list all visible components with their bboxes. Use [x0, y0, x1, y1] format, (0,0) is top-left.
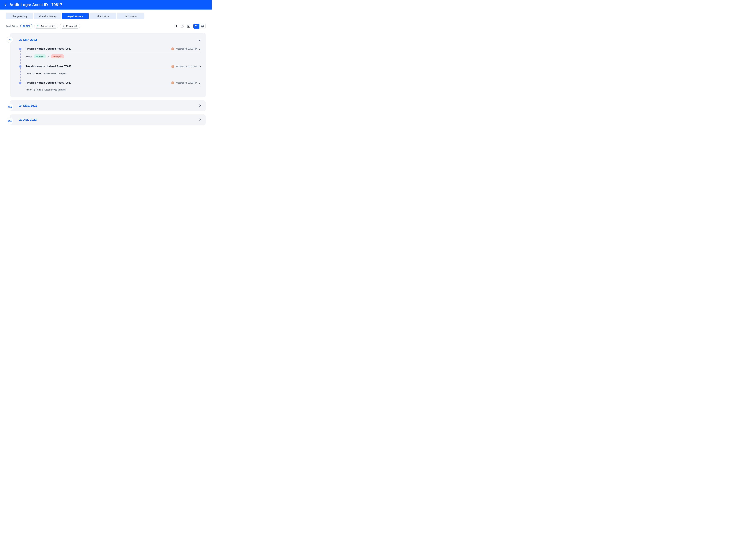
tab-repair-history[interactable]: Repair History [62, 13, 89, 19]
event-body: Status: In Store In Repair [26, 52, 200, 58]
day-badge: Wed [7, 118, 13, 124]
day-header[interactable]: 24 May, 2022 [19, 104, 200, 108]
manual-icon [62, 25, 65, 28]
tab-link-history[interactable]: Link History [90, 13, 116, 19]
updated-at-label: Updated At: 01:00 PM [176, 82, 197, 84]
event-meta: Updated At: 03:00 PM [171, 47, 200, 50]
svg-point-7 [195, 25, 196, 26]
day-group: Fri 27 Mar, 2023 Fredrick Norton Updated… [10, 33, 206, 97]
tab-allocation-history[interactable]: Allocation History [34, 13, 61, 19]
page-content: Change History Allocation History Repair… [0, 10, 212, 135]
view-toggle [193, 24, 206, 29]
view-grid-icon[interactable] [199, 24, 205, 29]
filter-pill-label: All (10) [23, 25, 30, 27]
updated-at-label: Updated At: 02:00 PM [176, 65, 197, 68]
action-label: Action To Repair: [26, 88, 43, 91]
filter-pill-label: Automated (02) [41, 25, 55, 27]
filters-left: Quick Filters: All (10) Automated (02) [6, 24, 80, 29]
svg-point-2 [175, 25, 177, 27]
event-header[interactable]: Fredrick Norton Updated Asset 70817 Upda… [26, 65, 200, 70]
event-title: Fredrick Norton Updated Asset 70817 [26, 81, 72, 84]
page-title: Audit Logs: Asset ID - 70817 [9, 2, 62, 7]
timeline-dot-icon [19, 82, 21, 84]
quick-filters-label: Quick Filters: [6, 25, 18, 27]
automated-icon [37, 25, 39, 28]
chevron-right-icon[interactable] [198, 119, 201, 121]
day-header[interactable]: 27 Mar, 2023 [19, 38, 200, 42]
view-list-icon[interactable] [193, 24, 199, 29]
chevron-down-icon[interactable] [198, 39, 201, 41]
day-group: Wed 22 Apr, 2022 [10, 114, 206, 125]
timeline-dot-icon [19, 48, 21, 50]
chevron-down-icon[interactable] [199, 48, 201, 50]
avatar [171, 65, 174, 68]
event-meta: Updated At: 02:00 PM [171, 65, 200, 68]
chevron-down-icon[interactable] [199, 82, 201, 84]
day-group: Thu 24 May, 2022 [10, 100, 206, 111]
event-title: Fredrick Norton Updated Asset 70817 [26, 65, 72, 68]
filter-pill-automated[interactable]: Automated (02) [34, 24, 58, 29]
status-to-chip: In Repair [51, 54, 64, 58]
action-value: Asset moved tp repair [44, 72, 66, 75]
svg-point-11 [195, 27, 196, 27]
filter-pill-label: Manual (08) [66, 25, 78, 27]
avatar [171, 81, 174, 84]
event-meta: Updated At: 01:00 PM [171, 81, 200, 84]
page-header: Audit Logs: Asset ID - 70817 [0, 0, 212, 10]
events-list: Fredrick Norton Updated Asset 70817 Upda… [19, 47, 200, 91]
arrow-right-icon [47, 56, 49, 57]
event-item: Fredrick Norton Updated Asset 70817 Upda… [26, 65, 200, 75]
status-from-chip: In Store [34, 54, 46, 58]
svg-point-9 [195, 26, 196, 26]
toolbar-right [174, 24, 206, 29]
svg-point-1 [63, 25, 64, 26]
action-label: Action To Repair: [26, 72, 43, 75]
chevron-down-icon[interactable] [199, 66, 201, 68]
event-body: Action To Repair: Asset moved tp repair [26, 70, 200, 75]
event-header[interactable]: Fredrick Norton Updated Asset 70817 Upda… [26, 81, 200, 86]
event-header[interactable]: Fredrick Norton Updated Asset 70817 Upda… [26, 47, 200, 52]
filters-row: Quick Filters: All (10) Automated (02) [6, 24, 206, 29]
day-date: 22 Apr, 2022 [19, 118, 37, 122]
back-icon[interactable] [4, 3, 7, 6]
event-body: Action To Repair: Asset moved tp repair [26, 86, 200, 91]
tabs: Change History Allocation History Repair… [6, 13, 206, 19]
day-badge: Fri [7, 36, 13, 43]
updated-at-label: Updated At: 03:00 PM [176, 48, 197, 50]
svg-rect-13 [201, 25, 204, 27]
add-icon[interactable] [187, 24, 190, 28]
filter-pill-manual[interactable]: Manual (08) [60, 24, 80, 29]
status-label: Status: [26, 55, 33, 58]
share-icon[interactable] [181, 24, 184, 28]
event-item: Fredrick Norton Updated Asset 70817 Upda… [26, 47, 200, 58]
tab-brd-history[interactable]: BRD History [117, 13, 144, 19]
day-date: 24 May, 2022 [19, 104, 37, 108]
svg-line-3 [176, 27, 177, 28]
search-icon[interactable] [174, 24, 178, 28]
chevron-right-icon[interactable] [198, 104, 201, 107]
filter-pill-all[interactable]: All (10) [20, 24, 33, 28]
tab-change-history[interactable]: Change History [6, 13, 33, 19]
event-item: Fredrick Norton Updated Asset 70817 Upda… [26, 81, 200, 91]
avatar [171, 47, 174, 50]
action-value: Asset moved tp repair [44, 88, 66, 91]
day-date: 27 Mar, 2023 [19, 38, 37, 42]
timeline-dot-icon [19, 65, 21, 68]
event-title: Fredrick Norton Updated Asset 70817 [26, 47, 72, 50]
day-badge: Thu [7, 104, 13, 110]
day-header[interactable]: 22 Apr, 2022 [19, 118, 200, 122]
